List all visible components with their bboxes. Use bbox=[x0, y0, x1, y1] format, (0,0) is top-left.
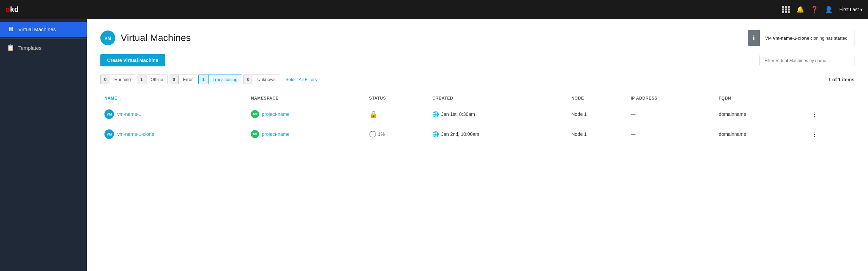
ns-link-1[interactable]: project-name bbox=[262, 111, 290, 117]
notification-vm-name: vm-name-1-clone bbox=[773, 36, 809, 41]
virtual-machines-icon: 🖥 bbox=[7, 26, 14, 33]
ns-badge-2: NS bbox=[251, 130, 259, 138]
user-name: First Last bbox=[839, 7, 859, 12]
topnav: okd 🔔 ❓ 👤 First Last ▾ bbox=[0, 0, 868, 19]
unknown-count: 0 bbox=[244, 75, 253, 84]
create-vm-button[interactable]: Create Virtual Machine bbox=[100, 54, 165, 66]
offline-label: Offline bbox=[146, 75, 167, 84]
ns-link-2[interactable]: project-name bbox=[262, 131, 290, 137]
table-row: VM vm-name-1-clone NS project-name 1% bbox=[100, 124, 854, 144]
filter-input[interactable] bbox=[760, 55, 854, 66]
info-circle-icon: ℹ bbox=[753, 34, 755, 42]
notification-icon-box: ℹ bbox=[748, 30, 760, 46]
vm-name-link-1[interactable]: vm-name-1 bbox=[117, 111, 141, 117]
kebab-menu-button-2[interactable]: ⋮ bbox=[809, 129, 820, 139]
topnav-right: 🔔 ❓ 👤 First Last ▾ bbox=[782, 6, 863, 13]
kebab-menu-button-1[interactable]: ⋮ bbox=[809, 109, 820, 119]
notification-suffix: cloning has started. bbox=[809, 36, 849, 41]
vm-row-badge-2: VM bbox=[104, 129, 114, 139]
col-status: STATUS bbox=[365, 92, 429, 104]
logo: okd bbox=[5, 5, 19, 14]
logo-area: okd bbox=[5, 5, 19, 14]
sidebar-item-virtual-machines[interactable]: 🖥 Virtual Machines bbox=[0, 22, 87, 37]
name-cell-2: VM vm-name-1-clone bbox=[100, 124, 247, 144]
running-count: 0 bbox=[101, 75, 110, 84]
offline-count: 1 bbox=[137, 75, 146, 84]
name-cell-1: VM vm-name-1 bbox=[100, 104, 247, 124]
filter-chip-error[interactable]: 0 Error bbox=[169, 75, 197, 84]
fqdn-cell-1: domainname bbox=[715, 104, 805, 124]
error-count: 0 bbox=[169, 75, 179, 84]
vm-name-link-2[interactable]: vm-name-1-clone bbox=[117, 131, 154, 137]
select-all-link[interactable]: Select All Filters bbox=[285, 77, 317, 82]
unknown-label: Unknown bbox=[253, 75, 280, 84]
filter-chips: 0 Running 1 Offline 0 Error 1 Transition… bbox=[100, 75, 854, 84]
items-count: 1 of 1 items bbox=[828, 77, 854, 82]
error-label: Error bbox=[179, 75, 197, 84]
help-icon[interactable]: ❓ bbox=[811, 6, 818, 13]
sidebar-item-label: Virtual Machines bbox=[18, 26, 56, 32]
transitioning-count: 1 bbox=[199, 75, 208, 84]
page-header: VM Virtual Machines ℹ VM vm-name-1-clone… bbox=[100, 30, 854, 46]
created-cell-2: 🌐 Jan 2nd, 10:00am bbox=[428, 124, 567, 144]
transitioning-label: Transitioning bbox=[209, 75, 242, 84]
status-pct-2: 1% bbox=[378, 131, 385, 137]
created-cell-1: 🌐 Jan 1st, 8:30am bbox=[428, 104, 567, 124]
globe-icon-1: 🌐 bbox=[432, 111, 439, 118]
user-icon[interactable]: 👤 bbox=[825, 6, 832, 13]
table-row: VM vm-name-1 NS project-name 🔒 🌐 bbox=[100, 104, 854, 124]
node-cell-1: Node 1 bbox=[567, 104, 627, 124]
sort-arrow-name: ↓ bbox=[120, 96, 122, 100]
ip-cell-2: — bbox=[627, 124, 715, 144]
ns-badge-1: NS bbox=[251, 110, 259, 118]
created-date-2: Jan 2nd, 10:00am bbox=[441, 131, 479, 137]
lock-icon: 🔒 bbox=[369, 110, 378, 118]
table-header: NAME ↓ NAMESPACE STATUS CREATED NODE IP … bbox=[100, 92, 854, 104]
page-title: Virtual Machines bbox=[121, 33, 191, 43]
spinner-icon bbox=[369, 131, 376, 138]
notification-text: VM vm-name-1-clone cloning has started. bbox=[760, 32, 854, 44]
sidebar-divider bbox=[0, 38, 87, 39]
col-fqdn: FQDN bbox=[715, 92, 805, 104]
namespace-cell-1: NS project-name bbox=[247, 104, 365, 124]
notification-banner: ℹ VM vm-name-1-clone cloning has started… bbox=[748, 30, 854, 46]
user-menu[interactable]: First Last ▾ bbox=[839, 7, 863, 12]
col-ip: IP ADDRESS bbox=[627, 92, 715, 104]
col-name[interactable]: NAME ↓ bbox=[100, 92, 247, 104]
ip-cell-1: — bbox=[627, 104, 715, 124]
status-cell-2: 1% bbox=[365, 124, 429, 144]
sidebar-item-label: Templates bbox=[18, 45, 41, 51]
col-actions bbox=[805, 92, 854, 104]
actions-row: Create Virtual Machine bbox=[100, 54, 854, 66]
created-date-1: Jan 1st, 8:30am bbox=[441, 111, 475, 117]
filter-chip-unknown[interactable]: 0 Unknown bbox=[243, 75, 280, 84]
col-node: NODE bbox=[567, 92, 627, 104]
chevron-down-icon: ▾ bbox=[860, 7, 863, 12]
table-body: VM vm-name-1 NS project-name 🔒 🌐 bbox=[100, 104, 854, 144]
sidebar-item-templates[interactable]: 📋 Templates bbox=[0, 40, 87, 56]
filter-chip-offline[interactable]: 1 Offline bbox=[137, 75, 168, 84]
status-cell-1: 🔒 bbox=[365, 104, 429, 124]
col-namespace: NAMESPACE bbox=[247, 92, 365, 104]
vm-page-badge: VM bbox=[100, 30, 115, 45]
filter-chip-transitioning[interactable]: 1 Transitioning bbox=[198, 75, 242, 84]
node-cell-2: Node 1 bbox=[567, 124, 627, 144]
sidebar: 🖥 Virtual Machines 📋 Templates bbox=[0, 19, 87, 271]
namespace-cell-2: NS project-name bbox=[247, 124, 365, 144]
apps-icon[interactable] bbox=[782, 6, 790, 13]
fqdn-cell-2: domainname bbox=[715, 124, 805, 144]
col-created: CREATED bbox=[428, 92, 567, 104]
vm-row-badge-1: VM bbox=[104, 109, 114, 119]
templates-icon: 📋 bbox=[7, 44, 14, 51]
running-label: Running bbox=[110, 75, 135, 84]
actions-cell-1: ⋮ bbox=[805, 104, 854, 124]
vm-table: NAME ↓ NAMESPACE STATUS CREATED NODE IP … bbox=[100, 92, 854, 144]
main-content: VM Virtual Machines ℹ VM vm-name-1-clone… bbox=[87, 19, 868, 271]
actions-cell-2: ⋮ bbox=[805, 124, 854, 144]
bell-icon[interactable]: 🔔 bbox=[796, 6, 804, 13]
filter-chip-running[interactable]: 0 Running bbox=[100, 75, 135, 84]
globe-icon-2: 🌐 bbox=[432, 131, 439, 138]
page-title-area: VM Virtual Machines bbox=[100, 30, 191, 45]
